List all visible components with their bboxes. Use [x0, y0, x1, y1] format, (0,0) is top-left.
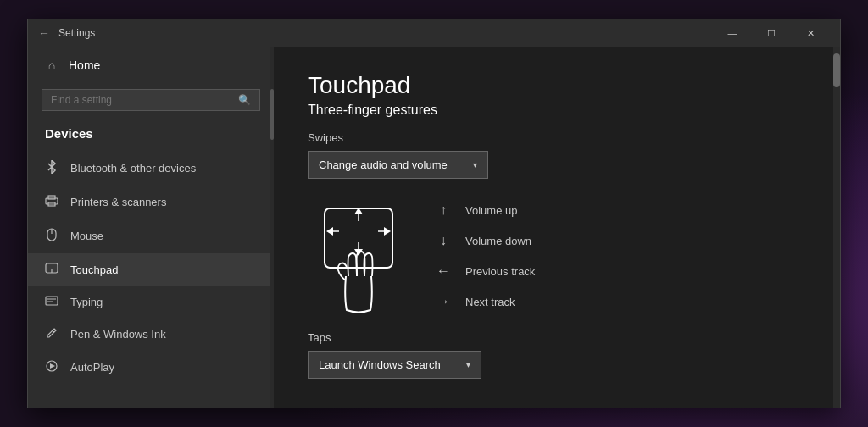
close-button[interactable]: ✕: [791, 19, 830, 47]
content-area: ⌂ Home 🔍 Devices Bluetooth & other devic…: [28, 47, 840, 408]
chevron-down-icon: ▾: [473, 160, 477, 169]
svg-marker-21: [384, 227, 391, 236]
svg-marker-19: [326, 227, 333, 236]
printers-icon: [45, 195, 58, 209]
taps-dropdown[interactable]: Launch Windows Search ▾: [308, 351, 481, 379]
search-icon: 🔍: [238, 94, 251, 106]
pen-label: Pen & Windows Ink: [70, 328, 166, 341]
search-box[interactable]: 🔍: [42, 89, 260, 111]
section-heading: Three-finger gestures: [308, 103, 799, 118]
swipes-label: Swipes: [308, 131, 799, 144]
bluetooth-label: Bluetooth & other devices: [70, 162, 196, 175]
taps-chevron-down-icon: ▾: [466, 360, 470, 369]
swipes-dropdown-value: Change audio and volume: [319, 158, 448, 171]
taps-section: Taps Launch Windows Search ▾: [308, 331, 799, 379]
sidebar-item-mouse[interactable]: Mouse: [28, 219, 274, 253]
mouse-icon: [45, 228, 58, 244]
bluetooth-icon: [45, 160, 58, 176]
sidebar-item-bluetooth[interactable]: Bluetooth & other devices: [28, 151, 274, 186]
pen-icon: [45, 327, 58, 341]
sidebar-item-home[interactable]: ⌂ Home: [28, 47, 274, 84]
page-title: Touchpad: [308, 72, 799, 99]
svg-line-10: [53, 330, 54, 332]
arrow-up-icon: ↑: [435, 202, 452, 218]
sidebar-item-pen[interactable]: Pen & Windows Ink: [28, 318, 274, 351]
hand-gesture-illustration: [308, 196, 409, 314]
settings-window: ← Settings — ☐ ✕ ⌂ Home 🔍 Devices: [27, 19, 841, 408]
arrow-right-icon: →: [435, 294, 452, 309]
svg-marker-12: [50, 363, 55, 369]
typing-icon: [45, 295, 58, 308]
scrollbar-track[interactable]: [833, 47, 840, 408]
sidebar-item-touchpad[interactable]: Touchpad: [28, 253, 274, 286]
home-label: Home: [69, 58, 100, 72]
gesture-area: ↑ Volume up ↓ Volume down ← Previous tra…: [308, 196, 799, 314]
autoplay-icon: [45, 360, 58, 374]
typing-label: Typing: [70, 296, 103, 308]
taps-label: Taps: [308, 331, 799, 344]
gesture-action-left: ← Previous track: [435, 263, 535, 279]
window-controls: — ☐ ✕: [713, 19, 830, 47]
gesture-label-right: Next track: [465, 296, 515, 308]
minimize-button[interactable]: —: [713, 19, 752, 47]
title-bar: ← Settings — ☐ ✕: [28, 19, 840, 47]
back-button[interactable]: ←: [38, 26, 50, 40]
autoplay-label: AutoPlay: [70, 361, 114, 374]
touchpad-icon: [45, 263, 58, 276]
swipes-dropdown[interactable]: Change audio and volume ▾: [308, 151, 488, 179]
gesture-actions: ↑ Volume up ↓ Volume down ← Previous tra…: [435, 196, 535, 309]
sidebar: ⌂ Home 🔍 Devices Bluetooth & other devic…: [28, 47, 274, 408]
gesture-action-down: ↓ Volume down: [435, 233, 535, 248]
gesture-action-up: ↑ Volume up: [435, 202, 535, 218]
mouse-label: Mouse: [70, 230, 103, 242]
sidebar-item-typing[interactable]: Typing: [28, 286, 274, 318]
gesture-label-down: Volume down: [465, 235, 531, 247]
gesture-label-left: Previous track: [465, 265, 535, 278]
search-input[interactable]: [51, 94, 231, 106]
home-icon: ⌂: [45, 58, 58, 72]
sidebar-item-autoplay[interactable]: AutoPlay: [28, 351, 274, 384]
arrow-left-icon: ←: [435, 263, 452, 279]
window-title: Settings: [58, 27, 713, 39]
taps-dropdown-value: Launch Windows Search: [319, 358, 441, 371]
printers-label: Printers & scanners: [70, 196, 166, 208]
svg-rect-7: [46, 297, 58, 305]
main-panel: Touchpad Three-finger gestures Swipes Ch…: [274, 47, 833, 408]
maximize-button[interactable]: ☐: [752, 19, 791, 47]
arrow-down-icon: ↓: [435, 233, 452, 248]
gesture-action-right: → Next track: [435, 294, 535, 309]
sidebar-item-printers[interactable]: Printers & scanners: [28, 186, 274, 219]
touchpad-label: Touchpad: [70, 263, 118, 276]
scrollbar-thumb[interactable]: [833, 53, 840, 87]
sidebar-section-title: Devices: [28, 119, 274, 151]
gesture-label-up: Volume up: [465, 204, 517, 217]
